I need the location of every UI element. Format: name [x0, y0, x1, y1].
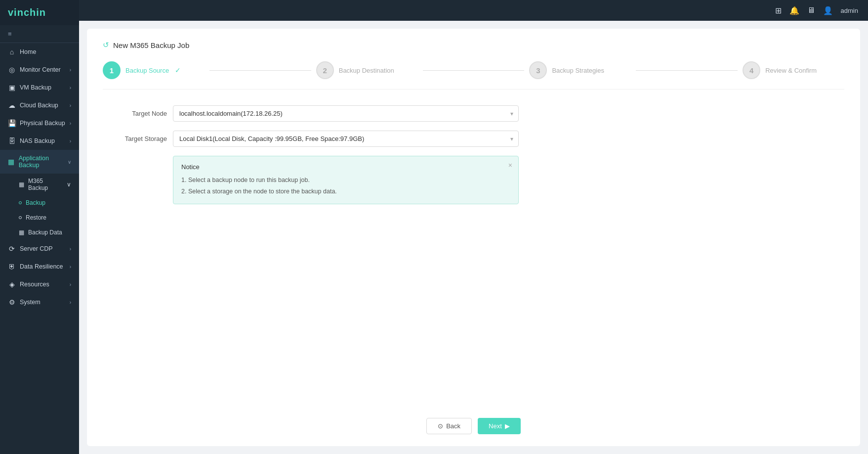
step-3-circle: 3	[529, 61, 547, 79]
sidebar-item-data-resilience[interactable]: ⛨ Data Resilience ›	[0, 258, 79, 275]
sidebar-item-physical-backup[interactable]: 💾 Physical Backup ›	[0, 114, 79, 132]
resources-icon: ◈	[8, 280, 16, 288]
notice-box: Notice 1. Select a backup node to run th…	[173, 156, 519, 204]
chevron-right-icon: ›	[70, 246, 71, 252]
target-storage-value: Local Disk1(Local Disk, Capacity :99.95G…	[179, 135, 364, 142]
sidebar-item-system[interactable]: ⚙ System ›	[0, 293, 79, 311]
back-button[interactable]: ⊙ Back	[426, 418, 472, 434]
back-label: Back	[446, 422, 460, 430]
sidebar-item-server-cdp[interactable]: ⟳ Server CDP ›	[0, 240, 79, 258]
step-4-number: 4	[749, 66, 753, 75]
step-4: 4 Review & Confirm	[743, 61, 844, 79]
sidebar-item-backup-data[interactable]: ▦ Backup Data	[0, 225, 79, 240]
step-4-circle: 4	[743, 61, 760, 79]
vm-icon: ▣	[8, 84, 16, 91]
target-storage-select[interactable]: Local Disk1(Local Disk, Capacity :99.95G…	[173, 131, 519, 147]
monitor-icon: ◎	[8, 66, 16, 74]
sidebar-item-application-backup[interactable]: ▦ Application Backup ∨	[0, 150, 79, 174]
menu-toggle[interactable]: ≡	[0, 25, 79, 43]
target-node-value: localhost.localdomain(172.18.26.25)	[179, 110, 283, 117]
topbar: ⊞ 🔔 🖥 👤 admin	[79, 0, 868, 21]
back-circle-icon: ⊙	[438, 422, 443, 430]
next-button[interactable]: Next ▶	[478, 418, 521, 434]
chevron-right-icon: ›	[70, 282, 71, 287]
chevron-down-icon: ∨	[67, 181, 71, 188]
step-divider-2	[423, 70, 525, 71]
sidebar-item-label: Backup	[26, 199, 45, 206]
content-area: ↺ New M365 Backup Job 1 Backup Source ✓ …	[87, 29, 860, 446]
sidebar-item-label: Restore	[26, 214, 46, 221]
step-3: 3 Backup Strategies	[529, 61, 631, 79]
chevron-down-icon: ∨	[68, 159, 71, 165]
step-divider-1	[209, 70, 311, 71]
sidebar-item-label: Monitor Center	[20, 66, 61, 73]
step-1-label: Backup Source	[125, 67, 169, 74]
step-3-number: 3	[536, 66, 540, 75]
step-1-circle: 1	[103, 61, 121, 79]
target-storage-label: Target Storage	[103, 135, 167, 142]
sidebar-item-label: NAS Backup	[20, 137, 55, 144]
cloud-icon: ☁	[8, 101, 16, 109]
stepper: 1 Backup Source ✓ 2 Backup Destination 3…	[103, 61, 844, 90]
step-1-number: 1	[110, 66, 114, 75]
step-divider-3	[636, 70, 738, 71]
chevron-right-icon: ›	[70, 138, 71, 144]
step-2: 2 Backup Destination	[316, 61, 418, 79]
sidebar: vinchin ≡ ⌂ Home ◎ Monitor Center › ▣ VM…	[0, 0, 79, 454]
home-icon: ⌂	[8, 48, 16, 56]
chevron-right-icon: ›	[70, 85, 71, 91]
sidebar-item-label: Backup Data	[28, 229, 62, 236]
sidebar-item-label: Data Resilience	[20, 263, 63, 270]
sidebar-item-home[interactable]: ⌂ Home	[0, 43, 79, 61]
next-label: Next	[489, 422, 502, 430]
sidebar-item-m365-backup[interactable]: ▦ M365 Backup ∨	[0, 174, 79, 195]
target-node-label: Target Node	[103, 110, 167, 117]
page-title-text: New M365 Backup Job	[113, 41, 189, 49]
step-2-circle: 2	[316, 61, 334, 79]
chevron-right-icon: ›	[70, 121, 71, 126]
sidebar-item-label: System	[20, 299, 41, 306]
resilience-icon: ⛨	[8, 263, 16, 271]
chevron-down-icon: ▾	[510, 136, 513, 142]
chevron-right-icon: ›	[70, 300, 71, 305]
sidebar-item-resources[interactable]: ◈ Resources ›	[0, 275, 79, 293]
dot-icon	[19, 201, 22, 204]
step-1: 1 Backup Source ✓	[103, 61, 205, 79]
sidebar-item-label: M365 Backup	[28, 178, 63, 191]
bell-icon[interactable]: 🔔	[789, 6, 799, 15]
step-2-label: Backup Destination	[339, 67, 394, 74]
sidebar-item-label: Server CDP	[20, 245, 53, 252]
chevron-down-icon: ▾	[510, 110, 513, 117]
sidebar-item-label: Home	[20, 48, 36, 55]
notice-item-2: 2. Select a storage on the node to store…	[181, 186, 510, 197]
sidebar-item-backup[interactable]: Backup	[0, 195, 79, 210]
main-area: ⊞ 🔔 🖥 👤 admin ↺ New M365 Backup Job 1 Ba…	[79, 0, 868, 454]
monitor-icon[interactable]: 🖥	[807, 6, 815, 15]
nas-icon: 🗄	[8, 137, 16, 145]
page-title: ↺ New M365 Backup Job	[103, 41, 844, 49]
target-node-select[interactable]: localhost.localdomain(172.18.26.25) ▾	[173, 105, 519, 122]
chevron-right-icon: ›	[70, 67, 71, 73]
logo: vinchin	[0, 0, 79, 25]
system-icon: ⚙	[8, 298, 16, 306]
sidebar-item-label: Application Backup	[19, 155, 64, 169]
close-icon[interactable]: ×	[508, 161, 512, 169]
hamburger-icon: ≡	[8, 30, 12, 38]
sidebar-item-monitor-center[interactable]: ◎ Monitor Center ›	[0, 61, 79, 79]
step-1-check-icon: ✓	[175, 66, 181, 74]
user-icon[interactable]: 👤	[823, 6, 833, 15]
step-3-label: Backup Strategies	[552, 67, 604, 74]
physical-icon: 💾	[8, 119, 16, 127]
notice-title: Notice	[181, 163, 510, 171]
sidebar-item-vm-backup[interactable]: ▣ VM Backup ›	[0, 79, 79, 96]
notice-item-1: 1. Select a backup node to run this back…	[181, 175, 510, 186]
m365-icon: ▦	[19, 181, 24, 188]
sidebar-item-nas-backup[interactable]: 🗄 NAS Backup ›	[0, 132, 79, 150]
user-label: admin	[841, 7, 858, 14]
footer-buttons: ⊙ Back Next ▶	[103, 402, 844, 434]
grid-icon[interactable]: ⊞	[775, 6, 782, 15]
sidebar-item-cloud-backup[interactable]: ☁ Cloud Backup ›	[0, 96, 79, 114]
step-4-label: Review & Confirm	[765, 67, 817, 74]
logo-text: vinchin	[8, 7, 46, 18]
sidebar-item-restore[interactable]: Restore	[0, 210, 79, 225]
